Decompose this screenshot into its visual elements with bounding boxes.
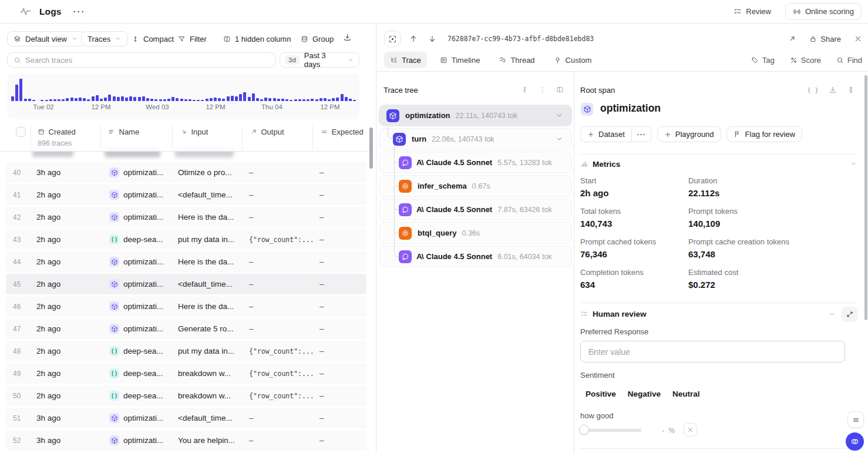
tab-timeline[interactable]: Timeline xyxy=(434,52,486,68)
layers-icon xyxy=(14,35,21,43)
resize-span-icon[interactable] xyxy=(847,86,855,94)
column-header-output[interactable]: Output xyxy=(250,127,284,136)
table-row[interactable]: 523h agooptimizati...You are helpin...–– xyxy=(6,430,366,451)
sentiment-negative[interactable]: Negative xyxy=(628,390,661,398)
span-type-icon xyxy=(581,103,593,116)
histogram-bar xyxy=(218,98,221,101)
table-row[interactable]: 472h agooptimizati...Generate 5 ro...–– xyxy=(6,318,366,339)
histogram-bar xyxy=(324,98,327,101)
next-trace-button[interactable] xyxy=(428,35,436,43)
page-menu-button[interactable]: ··· xyxy=(73,6,85,16)
add-to-dataset-button[interactable]: Dataset xyxy=(580,126,631,142)
tree-row-claude-4-5-sonnet[interactable]: A\Claude 4.5 Sonnet5.57s, 13283 tok xyxy=(379,152,572,173)
open-external-icon[interactable] xyxy=(788,35,796,43)
human-review-section-header[interactable]: Human review xyxy=(580,310,647,318)
close-button[interactable] xyxy=(854,35,862,43)
histogram-bar xyxy=(197,100,200,101)
tree-row-turn[interactable]: turn22.06s, 140743 tok xyxy=(379,128,572,150)
filter-button[interactable]: Filter xyxy=(178,31,207,46)
chevron-down-icon[interactable] xyxy=(850,160,857,167)
tab-trace[interactable]: Trace xyxy=(384,52,427,68)
column-header-name[interactable]: Name xyxy=(108,127,139,136)
histogram-bar xyxy=(231,96,234,101)
date-range-select[interactable]: 3d Past 3 days xyxy=(280,52,359,68)
histogram-bar xyxy=(206,99,208,101)
column-header-created[interactable]: Created xyxy=(38,127,76,136)
prev-trace-button[interactable] xyxy=(409,35,418,43)
logs-waveform-icon xyxy=(19,5,32,18)
cell-expected: – xyxy=(315,190,366,199)
histogram-bar xyxy=(53,99,56,101)
table-row[interactable]: 412h agooptimizati...<default_time...–– xyxy=(6,184,366,205)
tree-row-infer-schema[interactable]: infer_schema0.67s xyxy=(379,175,572,197)
cell-expected: – xyxy=(315,302,366,311)
tree-row-optimization[interactable]: optimization22.11s, 140743 tok xyxy=(379,105,572,126)
right-scrollbar-thumb[interactable] xyxy=(864,75,867,320)
trace-volume-histogram[interactable]: Tue 0212 PMWed 0312 PMThu 0412 PM xyxy=(7,73,359,119)
review-button[interactable]: Review xyxy=(734,7,771,16)
table-row[interactable]: 442h agooptimizati...Here is the da...–– xyxy=(6,251,366,272)
kebab-menu-icon[interactable] xyxy=(539,86,546,93)
table-row[interactable]: 403h agooptimizati...Otimize o pro...–– xyxy=(6,162,366,183)
playground-button[interactable]: Playground xyxy=(657,126,721,142)
braintrust-fab-button[interactable] xyxy=(846,432,864,451)
histogram-bar xyxy=(260,99,263,101)
toggle-panel-icon[interactable] xyxy=(556,86,564,93)
metric-completion-tokens: Completion tokens634 xyxy=(580,268,688,298)
tree-row-claude-4-5-sonnet[interactable]: A\Claude 4.5 Sonnet7.87s, 63426 tok xyxy=(379,199,572,220)
table-row[interactable]: 502h ago()deep-sea...breakdown w...{"row… xyxy=(6,385,366,406)
column-header-expected[interactable]: Expected xyxy=(321,127,364,136)
share-button[interactable]: Share xyxy=(809,35,841,43)
tree-row-claude-4-5-sonnet[interactable]: A\Claude 4.5 Sonnet6.01s, 64034 tok xyxy=(379,246,572,267)
group-button[interactable]: Group xyxy=(301,31,334,46)
score-button[interactable]: Score xyxy=(790,56,821,65)
left-scrollbar-thumb[interactable] xyxy=(369,127,373,169)
tree-row-btql-query[interactable]: btql_query0.36s xyxy=(379,222,572,244)
focus-span-button[interactable] xyxy=(384,31,401,47)
compact-button[interactable]: Compact xyxy=(132,31,174,46)
tab-thread[interactable]: Thread xyxy=(493,52,540,68)
flag-for-review-button[interactable]: Flag for review xyxy=(726,126,802,142)
table-row[interactable]: 482h ago()deep-sea...put my data in...{"… xyxy=(6,341,366,361)
chevron-down-icon[interactable] xyxy=(828,310,836,318)
tab-custom[interactable]: Custom xyxy=(548,52,598,68)
tag-button[interactable]: Tag xyxy=(751,56,775,65)
expand-review-button[interactable] xyxy=(842,307,858,322)
chevron-down-icon[interactable] xyxy=(556,112,563,119)
histogram-bar xyxy=(298,99,301,101)
find-button[interactable]: Find xyxy=(836,56,862,65)
online-scoring-button[interactable]: Online scoring xyxy=(785,3,862,20)
score-slider[interactable] xyxy=(580,429,641,432)
table-row[interactable]: 422h agooptimizati...Here is the da...–– xyxy=(6,207,366,227)
table-row[interactable]: 432h ago()deep-sea...put my data in...{"… xyxy=(6,229,366,250)
histogram-tick-label: 12 PM xyxy=(91,103,110,110)
column-header-input[interactable]: Input xyxy=(180,127,208,136)
table-row[interactable]: 513h agooptimizati...<default_time...–– xyxy=(6,408,366,428)
search-input[interactable]: Search traces xyxy=(7,52,276,68)
sentiment-neutral[interactable]: Neutral xyxy=(672,390,700,398)
sentiment-positive[interactable]: Positive xyxy=(586,390,616,398)
table-row[interactable]: 462h agooptimizati...Here is the da...–– xyxy=(6,296,366,317)
expand-sidebar-button[interactable] xyxy=(847,411,864,428)
metric-start: Start2h ago xyxy=(580,176,688,207)
chevron-down-icon[interactable] xyxy=(556,135,563,143)
score-slider-thumb[interactable] xyxy=(579,425,589,435)
traces-select[interactable]: Traces xyxy=(81,31,128,46)
histogram-bar xyxy=(239,94,242,101)
dataset-more-button[interactable]: ··· xyxy=(631,126,652,142)
histogram-bar xyxy=(11,96,14,101)
traces-count: 896 traces xyxy=(38,139,72,147)
view-select[interactable]: Default view xyxy=(7,31,85,46)
preferred-response-textarea[interactable]: Enter value xyxy=(580,341,845,363)
select-all-checkbox[interactable] xyxy=(16,127,26,137)
metrics-section-header[interactable]: Metrics xyxy=(580,160,620,169)
hidden-column-button[interactable]: 1 hidden column xyxy=(223,31,291,46)
resize-rows-icon[interactable] xyxy=(521,86,529,93)
table-row[interactable]: 452h agooptimizati...<default_time...–– xyxy=(6,274,366,294)
resize-grip-icon[interactable] xyxy=(588,347,596,354)
download-span-icon[interactable] xyxy=(829,86,837,94)
clear-score-button[interactable] xyxy=(684,423,697,437)
json-view-icon[interactable]: { } xyxy=(807,86,819,94)
table-row[interactable]: 492h ago()deep-sea...breakdown w...{"row… xyxy=(6,363,366,384)
download-button[interactable] xyxy=(343,33,352,42)
